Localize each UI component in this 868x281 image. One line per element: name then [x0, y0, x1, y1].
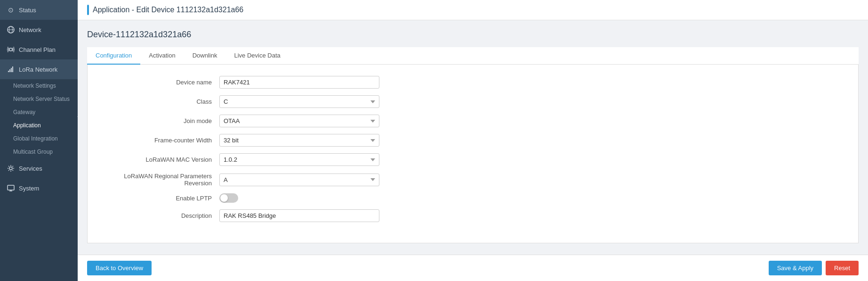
sidebar-collapse-button[interactable]: ◀ [76, 109, 78, 123]
description-label: Description [97, 212, 219, 219]
header-bar-accent [87, 5, 89, 15]
sidebar-item-lora-label: LoRa Network [19, 66, 57, 73]
sidebar-sub-multicast-group[interactable]: Multicast Group [0, 145, 78, 158]
channel-plan-icon [7, 45, 15, 54]
svg-rect-9 [8, 185, 14, 190]
svg-rect-6 [11, 68, 12, 72]
svg-rect-7 [12, 66, 13, 72]
tab-configuration[interactable]: Configuration [87, 47, 140, 65]
description-row: Description [97, 209, 474, 222]
lora-icon [7, 65, 15, 74]
reset-button[interactable]: Reset [826, 261, 859, 275]
status-icon: ⊙ [7, 6, 15, 14]
frame-counter-row: Frame-counter Width 16 bit 32 bit [97, 134, 474, 147]
join-mode-select[interactable]: OTAA ABP [219, 115, 379, 127]
sidebar-item-network-label: Network [19, 26, 41, 33]
system-icon [7, 184, 15, 192]
join-mode-label: Join mode [97, 117, 219, 124]
sidebar-sub-network-server-status[interactable]: Network Server Status [0, 92, 78, 106]
back-to-overview-button[interactable]: Back to Overview [87, 261, 152, 275]
lorawan-mac-select[interactable]: 1.0.0 1.0.1 1.0.2 1.1.0 [219, 153, 379, 166]
sidebar-item-services-label: Services [19, 165, 42, 172]
lorawan-mac-label: LoRaWAN MAC Version [97, 156, 219, 163]
tab-activation[interactable]: Activation [140, 47, 184, 65]
sidebar-item-status-label: Status [19, 7, 36, 14]
sidebar-item-status[interactable]: ⊙ Status [0, 0, 78, 20]
lorawan-mac-row: LoRaWAN MAC Version 1.0.0 1.0.1 1.0.2 1.… [97, 153, 474, 166]
enable-lptp-row: Enable LPTP [97, 193, 474, 203]
main-content: Application - Edit Device 1112132a1d321a… [78, 0, 868, 281]
tabs-bar: Configuration Activation Downlink Live D… [87, 47, 859, 65]
svg-point-3 [9, 48, 12, 51]
device-name-row: Device name [97, 76, 474, 89]
class-row: Class A B C [97, 95, 474, 108]
enable-lptp-label: Enable LPTP [97, 195, 219, 202]
save-apply-button[interactable]: Save & Apply [769, 261, 822, 275]
svg-rect-5 [9, 69, 10, 72]
network-icon [7, 25, 15, 34]
sidebar-item-system-label: System [19, 185, 39, 192]
device-title: Device-1112132a1d321a66 [87, 30, 859, 40]
services-icon [7, 164, 15, 173]
footer-right-buttons: Save & Apply Reset [769, 261, 859, 275]
sidebar-item-system[interactable]: System [0, 178, 78, 198]
lorawan-regional-row: LoRaWAN Regional Parameters Reversion A … [97, 173, 474, 187]
page-header: Application - Edit Device 1112132a1d321a… [78, 0, 868, 20]
svg-rect-4 [8, 71, 9, 72]
sidebar-lora-section: LoRa Network Network Settings Network Se… [0, 59, 78, 158]
sidebar-sub-network-settings[interactable]: Network Settings [0, 79, 78, 92]
enable-lptp-toggle[interactable] [219, 193, 238, 203]
tab-downlink[interactable]: Downlink [184, 47, 226, 65]
configuration-form: Device name Class A B C Join mode OTAA A… [87, 65, 859, 243]
description-input[interactable] [219, 209, 379, 222]
page-title: Application - Edit Device 1112132a1d321a… [93, 6, 243, 14]
sidebar-sub-gateway[interactable]: Gateway [0, 106, 78, 119]
content-area: Device-1112132a1d321a66 Configuration Ac… [78, 20, 868, 255]
device-name-input[interactable] [219, 76, 379, 89]
join-mode-row: Join mode OTAA ABP [97, 115, 474, 127]
frame-counter-label: Frame-counter Width [97, 137, 219, 144]
device-name-label: Device name [97, 79, 219, 86]
sidebar-sub-application[interactable]: Application [0, 119, 78, 132]
sidebar-item-lora-network[interactable]: LoRa Network [0, 59, 78, 79]
tab-live-device-data[interactable]: Live Device Data [225, 47, 289, 65]
sidebar-item-channel-plan[interactable]: Channel Plan [0, 40, 78, 59]
frame-counter-select[interactable]: 16 bit 32 bit [219, 134, 379, 147]
sidebar: ⊙ Status Network Channel Plan [0, 0, 78, 281]
lorawan-regional-select[interactable]: A B [219, 174, 379, 186]
sidebar-item-services[interactable]: Services [0, 158, 78, 178]
footer: Back to Overview Save & Apply Reset [78, 255, 868, 281]
svg-point-8 [9, 167, 12, 170]
class-select[interactable]: A B C [219, 95, 379, 108]
sidebar-item-network[interactable]: Network [0, 20, 78, 40]
sidebar-item-channel-plan-label: Channel Plan [19, 46, 56, 53]
class-label: Class [97, 98, 219, 105]
lorawan-regional-label: LoRaWAN Regional Parameters Reversion [97, 173, 219, 187]
sidebar-sub-global-integration[interactable]: Global Integration [0, 132, 78, 145]
